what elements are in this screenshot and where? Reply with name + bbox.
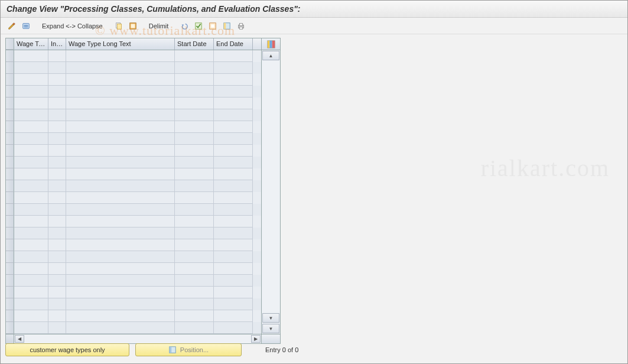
cell-start-date[interactable] — [175, 145, 214, 157]
table-row[interactable] — [6, 251, 261, 263]
select-block-icon[interactable] — [192, 20, 205, 32]
table-row[interactable] — [6, 239, 261, 251]
row-selector[interactable] — [6, 74, 14, 86]
row-selector[interactable] — [6, 121, 14, 133]
col-header-wage-type[interactable]: Wage Ty... — [14, 38, 48, 50]
row-selector[interactable] — [6, 204, 14, 216]
cell-wage-type[interactable] — [14, 62, 48, 74]
cell-end-date[interactable] — [214, 192, 253, 204]
cell-inf[interactable] — [48, 310, 66, 322]
cell-inf[interactable] — [48, 98, 66, 109]
cell-inf[interactable] — [48, 74, 66, 86]
cell-wage-type[interactable] — [14, 98, 48, 109]
config-column-icon[interactable] — [220, 20, 233, 32]
table-row[interactable] — [6, 98, 261, 109]
cell-start-date[interactable] — [175, 192, 214, 204]
row-selector[interactable] — [6, 180, 14, 192]
cell-long-text[interactable] — [66, 263, 175, 275]
cell-start-date[interactable] — [175, 251, 214, 263]
cell-long-text[interactable] — [66, 133, 175, 145]
cell-inf[interactable] — [48, 133, 66, 145]
table-row[interactable] — [6, 180, 261, 192]
cell-inf[interactable] — [48, 157, 66, 168]
cell-inf[interactable] — [48, 275, 66, 287]
cell-start-date[interactable] — [175, 168, 214, 180]
delimit-button[interactable]: Delimit — [145, 20, 173, 32]
scroll-page-down-icon[interactable]: ▼ — [262, 324, 279, 333]
cell-inf[interactable] — [48, 228, 66, 239]
cell-long-text[interactable] — [66, 109, 175, 121]
scroll-up-icon[interactable]: ▲ — [262, 51, 279, 60]
cell-wage-type[interactable] — [14, 145, 48, 157]
cell-wage-type[interactable] — [14, 74, 48, 86]
cell-wage-type[interactable] — [14, 157, 48, 168]
table-row[interactable] — [6, 228, 261, 239]
cell-inf[interactable] — [48, 263, 66, 275]
cell-start-date[interactable] — [175, 216, 214, 228]
row-selector[interactable] — [6, 298, 14, 310]
cell-inf[interactable] — [48, 62, 66, 74]
scroll-right-icon[interactable]: ▶ — [251, 335, 261, 343]
cell-inf[interactable] — [48, 251, 66, 263]
cell-wage-type[interactable] — [14, 204, 48, 216]
cell-wage-type[interactable] — [14, 216, 48, 228]
cell-end-date[interactable] — [214, 133, 253, 145]
cell-inf[interactable] — [48, 192, 66, 204]
row-selector[interactable] — [6, 145, 14, 157]
cell-wage-type[interactable] — [14, 168, 48, 180]
cell-end-date[interactable] — [214, 216, 253, 228]
customer-wage-types-button[interactable]: customer wage types only — [5, 343, 129, 356]
cell-wage-type[interactable] — [14, 109, 48, 121]
cell-long-text[interactable] — [66, 62, 175, 74]
scroll-left-icon[interactable]: ◀ — [15, 335, 24, 343]
col-header-inf[interactable]: Inf... — [48, 38, 66, 50]
cell-long-text[interactable] — [66, 204, 175, 216]
cell-inf[interactable] — [48, 145, 66, 157]
row-selector[interactable] — [6, 239, 14, 251]
table-row[interactable] — [6, 109, 261, 121]
cell-wage-type[interactable] — [14, 322, 48, 334]
cell-long-text[interactable] — [66, 157, 175, 168]
print-icon[interactable] — [235, 20, 248, 32]
table-row[interactable] — [6, 322, 261, 334]
table-row[interactable] — [6, 133, 261, 145]
row-selector[interactable] — [6, 62, 14, 74]
cell-start-date[interactable] — [175, 74, 214, 86]
table-row[interactable] — [6, 157, 261, 168]
cell-end-date[interactable] — [214, 204, 253, 216]
cell-start-date[interactable] — [175, 275, 214, 287]
cell-inf[interactable] — [48, 322, 66, 334]
scroll-down-icon[interactable]: ▼ — [262, 313, 279, 323]
cell-end-date[interactable] — [214, 98, 253, 109]
cell-long-text[interactable] — [66, 121, 175, 133]
cell-inf[interactable] — [48, 109, 66, 121]
cell-wage-type[interactable] — [14, 133, 48, 145]
cell-end-date[interactable] — [214, 74, 253, 86]
cell-wage-type[interactable] — [14, 86, 48, 98]
cell-inf[interactable] — [48, 216, 66, 228]
cell-end-date[interactable] — [214, 180, 253, 192]
cell-end-date[interactable] — [214, 239, 253, 251]
undo-icon[interactable] — [178, 20, 191, 32]
row-selector[interactable] — [6, 216, 14, 228]
cell-start-date[interactable] — [175, 287, 214, 298]
row-selector[interactable] — [6, 50, 14, 62]
cell-long-text[interactable] — [66, 168, 175, 180]
row-selector[interactable] — [6, 109, 14, 121]
col-header-start-date[interactable]: Start Date — [175, 38, 214, 50]
row-selector[interactable] — [6, 287, 14, 298]
cell-wage-type[interactable] — [14, 180, 48, 192]
table-row[interactable] — [6, 298, 261, 310]
cell-inf[interactable] — [48, 239, 66, 251]
cell-start-date[interactable] — [175, 157, 214, 168]
cell-inf[interactable] — [48, 168, 66, 180]
table-row[interactable] — [6, 145, 261, 157]
cell-inf[interactable] — [48, 204, 66, 216]
select-all-rows[interactable] — [6, 38, 14, 50]
table-row[interactable] — [6, 287, 261, 298]
cell-long-text[interactable] — [66, 298, 175, 310]
cell-start-date[interactable] — [175, 50, 214, 62]
cell-wage-type[interactable] — [14, 121, 48, 133]
deselect-all-icon[interactable] — [206, 20, 219, 32]
cell-wage-type[interactable] — [14, 228, 48, 239]
